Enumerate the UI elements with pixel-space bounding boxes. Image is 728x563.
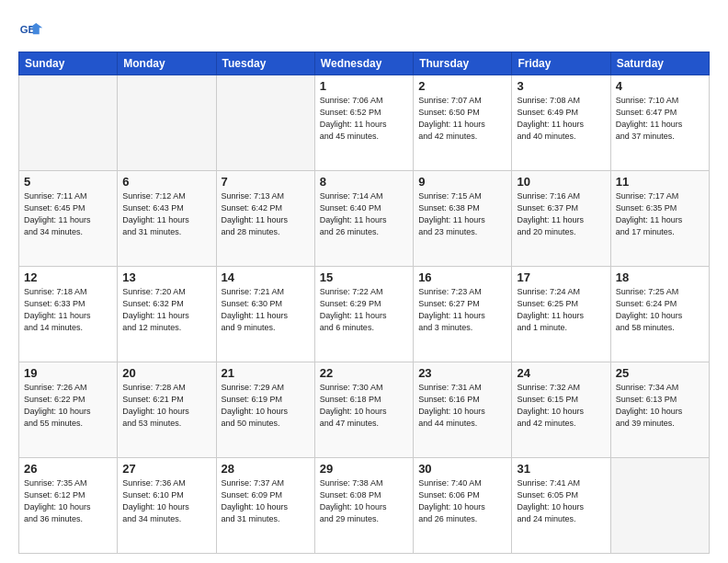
svg-text:G: G <box>20 24 28 35</box>
col-header-thursday: Thursday <box>414 52 512 75</box>
calendar-cell: 29Sunrise: 7:38 AM Sunset: 6:08 PM Dayli… <box>314 458 413 554</box>
day-info: Sunrise: 7:40 AM Sunset: 6:06 PM Dayligh… <box>418 477 506 525</box>
calendar-cell: 9Sunrise: 7:15 AM Sunset: 6:38 PM Daylig… <box>414 171 512 267</box>
day-info: Sunrise: 7:21 AM Sunset: 6:30 PM Dayligh… <box>222 286 310 334</box>
day-number: 27 <box>122 462 210 476</box>
calendar-cell: 8Sunrise: 7:14 AM Sunset: 6:40 PM Daylig… <box>314 171 413 267</box>
col-header-friday: Friday <box>512 52 610 75</box>
day-info: Sunrise: 7:28 AM Sunset: 6:21 PM Dayligh… <box>122 382 210 430</box>
day-number: 4 <box>616 79 704 93</box>
calendar-cell: 3Sunrise: 7:08 AM Sunset: 6:49 PM Daylig… <box>512 75 610 171</box>
day-info: Sunrise: 7:37 AM Sunset: 6:09 PM Dayligh… <box>222 477 310 525</box>
day-number: 18 <box>616 270 704 284</box>
page: G B SundayMondayTuesdayWednesdayThursday… <box>0 0 728 563</box>
week-row-2: 5Sunrise: 7:11 AM Sunset: 6:45 PM Daylig… <box>19 171 710 267</box>
calendar-body: 1Sunrise: 7:06 AM Sunset: 6:52 PM Daylig… <box>19 75 710 554</box>
day-info: Sunrise: 7:29 AM Sunset: 6:19 PM Dayligh… <box>222 382 310 430</box>
col-header-saturday: Saturday <box>610 52 709 75</box>
day-number: 29 <box>320 462 408 476</box>
day-info: Sunrise: 7:26 AM Sunset: 6:22 PM Dayligh… <box>24 382 112 430</box>
day-number: 22 <box>320 366 408 380</box>
calendar-cell: 30Sunrise: 7:40 AM Sunset: 6:06 PM Dayli… <box>414 458 512 554</box>
day-info: Sunrise: 7:14 AM Sunset: 6:40 PM Dayligh… <box>320 190 408 238</box>
calendar-cell: 27Sunrise: 7:36 AM Sunset: 6:10 PM Dayli… <box>118 458 216 554</box>
day-number: 11 <box>616 175 704 189</box>
day-info: Sunrise: 7:30 AM Sunset: 6:18 PM Dayligh… <box>320 382 408 430</box>
day-info: Sunrise: 7:23 AM Sunset: 6:27 PM Dayligh… <box>418 286 506 334</box>
day-info: Sunrise: 7:11 AM Sunset: 6:45 PM Dayligh… <box>24 190 112 238</box>
col-header-monday: Monday <box>118 52 216 75</box>
calendar-cell: 4Sunrise: 7:10 AM Sunset: 6:47 PM Daylig… <box>610 75 709 171</box>
day-info: Sunrise: 7:35 AM Sunset: 6:12 PM Dayligh… <box>24 477 112 525</box>
day-number: 7 <box>222 175 310 189</box>
day-info: Sunrise: 7:31 AM Sunset: 6:16 PM Dayligh… <box>418 382 506 430</box>
day-number: 8 <box>320 175 408 189</box>
calendar-cell: 18Sunrise: 7:25 AM Sunset: 6:24 PM Dayli… <box>610 267 709 362</box>
day-number: 30 <box>418 462 506 476</box>
day-number: 20 <box>122 366 210 380</box>
day-number: 17 <box>517 270 605 284</box>
day-number: 2 <box>418 79 506 93</box>
day-number: 3 <box>517 79 605 93</box>
day-number: 26 <box>24 462 112 476</box>
col-header-sunday: Sunday <box>19 52 118 75</box>
day-number: 24 <box>517 366 605 380</box>
calendar-cell: 10Sunrise: 7:16 AM Sunset: 6:37 PM Dayli… <box>512 171 610 267</box>
calendar-cell: 22Sunrise: 7:30 AM Sunset: 6:18 PM Dayli… <box>314 362 413 458</box>
col-header-tuesday: Tuesday <box>216 52 314 75</box>
day-number: 1 <box>320 79 408 93</box>
week-row-5: 26Sunrise: 7:35 AM Sunset: 6:12 PM Dayli… <box>19 458 710 554</box>
day-number: 19 <box>24 366 112 380</box>
day-info: Sunrise: 7:41 AM Sunset: 6:05 PM Dayligh… <box>517 477 605 525</box>
calendar-cell: 7Sunrise: 7:13 AM Sunset: 6:42 PM Daylig… <box>216 171 314 267</box>
day-number: 16 <box>418 270 506 284</box>
calendar-cell: 17Sunrise: 7:24 AM Sunset: 6:25 PM Dayli… <box>512 267 610 362</box>
day-number: 12 <box>24 270 112 284</box>
calendar-cell: 5Sunrise: 7:11 AM Sunset: 6:45 PM Daylig… <box>19 171 118 267</box>
day-info: Sunrise: 7:34 AM Sunset: 6:13 PM Dayligh… <box>616 382 704 430</box>
day-number: 28 <box>222 462 310 476</box>
calendar-cell <box>216 75 314 171</box>
week-row-1: 1Sunrise: 7:06 AM Sunset: 6:52 PM Daylig… <box>19 75 710 171</box>
day-info: Sunrise: 7:18 AM Sunset: 6:33 PM Dayligh… <box>24 286 112 334</box>
day-number: 14 <box>222 270 310 284</box>
header: G B <box>18 17 710 42</box>
week-row-4: 19Sunrise: 7:26 AM Sunset: 6:22 PM Dayli… <box>19 362 710 458</box>
logo: G B <box>18 17 48 42</box>
day-number: 13 <box>122 270 210 284</box>
day-info: Sunrise: 7:10 AM Sunset: 6:47 PM Dayligh… <box>616 95 704 143</box>
day-info: Sunrise: 7:17 AM Sunset: 6:35 PM Dayligh… <box>616 190 704 238</box>
day-info: Sunrise: 7:38 AM Sunset: 6:08 PM Dayligh… <box>320 477 408 525</box>
day-number: 5 <box>24 175 112 189</box>
day-number: 25 <box>616 366 704 380</box>
day-info: Sunrise: 7:36 AM Sunset: 6:10 PM Dayligh… <box>122 477 210 525</box>
day-info: Sunrise: 7:22 AM Sunset: 6:29 PM Dayligh… <box>320 286 408 334</box>
day-info: Sunrise: 7:12 AM Sunset: 6:43 PM Dayligh… <box>122 190 210 238</box>
day-info: Sunrise: 7:24 AM Sunset: 6:25 PM Dayligh… <box>517 286 605 334</box>
day-number: 9 <box>418 175 506 189</box>
day-number: 31 <box>517 462 605 476</box>
calendar-cell: 14Sunrise: 7:21 AM Sunset: 6:30 PM Dayli… <box>216 267 314 362</box>
header-row: SundayMondayTuesdayWednesdayThursdayFrid… <box>19 52 710 75</box>
calendar-cell: 2Sunrise: 7:07 AM Sunset: 6:50 PM Daylig… <box>414 75 512 171</box>
day-info: Sunrise: 7:08 AM Sunset: 6:49 PM Dayligh… <box>517 95 605 143</box>
calendar-cell: 19Sunrise: 7:26 AM Sunset: 6:22 PM Dayli… <box>19 362 118 458</box>
calendar-cell <box>610 458 709 554</box>
calendar-cell: 13Sunrise: 7:20 AM Sunset: 6:32 PM Dayli… <box>118 267 216 362</box>
calendar-cell: 31Sunrise: 7:41 AM Sunset: 6:05 PM Dayli… <box>512 458 610 554</box>
day-info: Sunrise: 7:16 AM Sunset: 6:37 PM Dayligh… <box>517 190 605 238</box>
calendar-cell: 26Sunrise: 7:35 AM Sunset: 6:12 PM Dayli… <box>19 458 118 554</box>
day-info: Sunrise: 7:07 AM Sunset: 6:50 PM Dayligh… <box>418 95 506 143</box>
calendar-cell: 24Sunrise: 7:32 AM Sunset: 6:15 PM Dayli… <box>512 362 610 458</box>
logo-icon: G B <box>18 17 44 42</box>
calendar-cell: 15Sunrise: 7:22 AM Sunset: 6:29 PM Dayli… <box>314 267 413 362</box>
day-info: Sunrise: 7:15 AM Sunset: 6:38 PM Dayligh… <box>418 190 506 238</box>
calendar-cell <box>118 75 216 171</box>
calendar-cell: 25Sunrise: 7:34 AM Sunset: 6:13 PM Dayli… <box>610 362 709 458</box>
col-header-wednesday: Wednesday <box>314 52 413 75</box>
day-number: 15 <box>320 270 408 284</box>
day-info: Sunrise: 7:25 AM Sunset: 6:24 PM Dayligh… <box>616 286 704 334</box>
calendar-cell: 1Sunrise: 7:06 AM Sunset: 6:52 PM Daylig… <box>314 75 413 171</box>
calendar-cell: 6Sunrise: 7:12 AM Sunset: 6:43 PM Daylig… <box>118 171 216 267</box>
day-number: 6 <box>122 175 210 189</box>
